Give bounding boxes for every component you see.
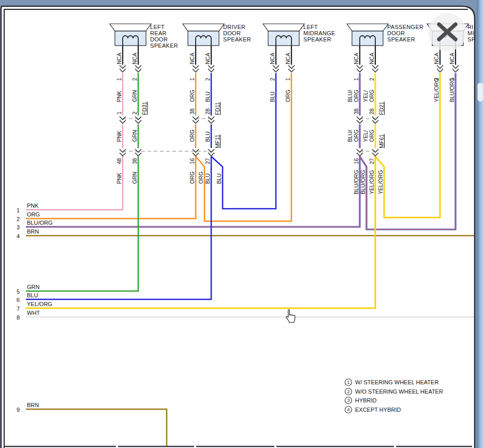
wire-label: GRN [131, 130, 138, 142]
wire-label: ORG [189, 129, 195, 142]
nca-label: NCA [116, 53, 122, 64]
row-number: 6 [17, 297, 20, 303]
wire-label: ORG [189, 171, 195, 184]
nca-label: NCA [131, 53, 138, 64]
row-number: 7 [17, 306, 20, 312]
nca-label: NCA [269, 53, 275, 64]
wire-label: YEL/ORG [377, 170, 384, 194]
speaker-symbol-passenger-door [347, 24, 388, 46]
speaker-name-line: MI [467, 30, 474, 36]
speaker-name-line: DOOR [387, 30, 405, 36]
speaker-name-line: SPEAKER [303, 36, 331, 42]
wire-label: YEL/ [362, 90, 369, 102]
pin-label: 27 [369, 158, 375, 164]
wire-label: BLU/ [347, 90, 353, 102]
nca-label: NCA [433, 53, 439, 64]
connector-label: MF11 [214, 135, 221, 148]
wire-label: GRN [131, 90, 138, 102]
diagram-canvas: LEFT REAR DOOR SPEAKER DRIVER DOOR SPEAK… [0, 0, 484, 448]
connector-label: FD11 [214, 102, 221, 115]
close-button[interactable] [428, 13, 466, 51]
wiring-diagram-viewer: LEFT REAR DOOR SPEAKER DRIVER DOOR SPEAK… [0, 0, 484, 448]
wire-label: BLU [269, 92, 275, 102]
row-label: PNK [27, 203, 39, 209]
pin-label: 2 [131, 111, 138, 114]
legend-text: W/ STEERING WHEEL HEATER [355, 379, 438, 385]
wire-label: YEL/ORG [369, 170, 375, 194]
pin-label: 27 [204, 158, 211, 164]
speaker-name-line: DOOR [150, 36, 168, 42]
row-label: GRN [27, 284, 40, 290]
row-label: WHT [27, 310, 40, 316]
wire-label: BLU [216, 174, 222, 184]
wire-label: BLU [204, 174, 211, 184]
wire-label: YEL/ [362, 130, 369, 142]
wire-label: ORG [353, 90, 359, 102]
pin-label: 2 [131, 78, 138, 81]
wire-label: PNK [116, 172, 122, 184]
row-label: YEL/ORG [27, 301, 52, 307]
pin-label: 1 [116, 78, 122, 81]
row-label: BRN [27, 402, 39, 408]
pin-label: 16 [353, 158, 359, 164]
speaker-name-line: SPEAKER [387, 36, 415, 42]
legend-num: 3 [347, 398, 350, 403]
row-number: 2 [17, 216, 20, 222]
legend-text: EXCEPT HYBRID [355, 407, 401, 413]
nca-label: NCA [353, 53, 359, 64]
wire-label: PNK [116, 91, 122, 102]
pin-label: 1 [116, 111, 122, 114]
wire-label: ORG [369, 90, 375, 102]
wire-label: YEL/ORG [433, 78, 439, 102]
connector-label: FD21 [378, 102, 385, 115]
wire-label: ORG [285, 90, 291, 102]
legend-num: 1 [347, 380, 350, 385]
speaker-name-line: DRIVER [223, 24, 245, 30]
legend-text: HYBRID [355, 397, 377, 403]
nca-label: NCA [369, 53, 375, 64]
wire-label: BLU/ORG [449, 78, 455, 102]
pin-label: 2 [204, 78, 211, 81]
pin-label: 1 [353, 78, 359, 81]
pin-label: 28 [369, 108, 375, 114]
wire-label: ORG [189, 90, 195, 102]
speaker-name-line: DOOR [223, 30, 241, 36]
row-number: 9 [17, 407, 20, 413]
wire-label: BLU/ORG [353, 170, 359, 194]
wire-label: PNK [116, 131, 122, 142]
speaker-name-line: RI [467, 24, 474, 30]
speaker-symbol-left-rear-door [110, 24, 151, 46]
pin-label: 48 [116, 158, 122, 164]
nca-label: NCA [204, 53, 211, 64]
row-label: ORG [27, 211, 40, 218]
speaker-name-line: SPEAKER [150, 42, 178, 49]
speaker-name-line: SPEAKER [223, 36, 251, 42]
wire-label: ORG [198, 171, 204, 184]
pin-label: 38 [353, 108, 359, 114]
row-label: BLU/ORG [27, 220, 53, 226]
speaker-name-line: PASSENGER [387, 24, 423, 30]
scrollbar-thumb[interactable] [478, 83, 483, 102]
row-number: 5 [17, 288, 20, 295]
pin-label: 1 [285, 78, 291, 81]
connector-label: FD31 [141, 102, 148, 115]
legend-num: 2 [347, 389, 350, 394]
wire-label: BLU [204, 132, 211, 142]
wire-label: ORG [369, 129, 375, 142]
row-number: 3 [17, 224, 20, 230]
pin-label: 16 [189, 158, 195, 164]
speaker-symbol-driver-door [183, 24, 224, 46]
wire-label: BLU/ORG [360, 170, 366, 194]
wire-label: BLU [204, 92, 211, 102]
nca-label: NCA [449, 53, 455, 64]
wire-label: BLU/ [347, 130, 353, 142]
pin-label: 2 [269, 78, 275, 81]
scrollbar-track[interactable] [477, 0, 484, 448]
speaker-name-line: LEFT [150, 24, 165, 30]
wire-label: ORG [353, 129, 359, 142]
speaker-name-line: MIDRANGE [303, 30, 335, 36]
connector-label: MF61 [378, 134, 385, 148]
nca-label: NCA [189, 53, 195, 64]
legend-item: 2 W/O STEERING WHEEL HEATER [345, 388, 443, 395]
pin-label: 38 [131, 158, 138, 164]
